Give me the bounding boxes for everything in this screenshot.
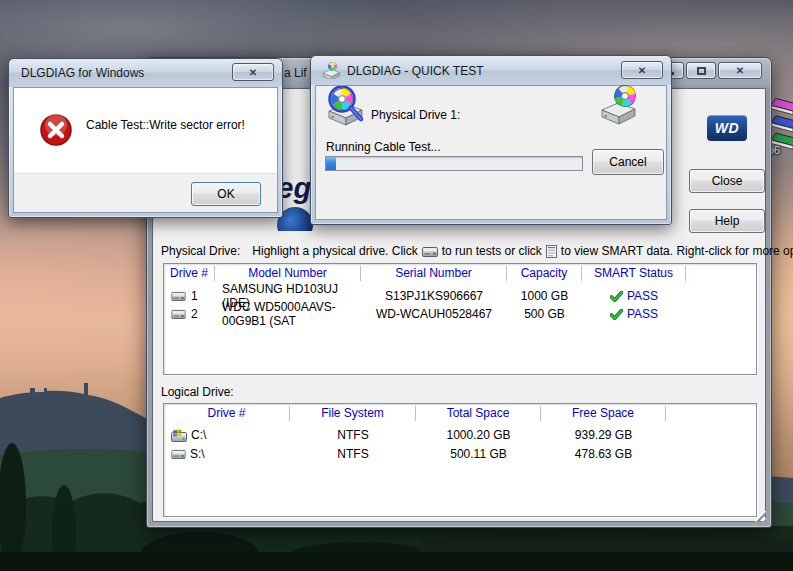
drive-test-icon — [323, 86, 369, 128]
header-smart[interactable]: SMART Status — [582, 266, 686, 281]
logical-table-header: Drive # File System Total Space Free Spa… — [164, 404, 756, 423]
drive-icon — [171, 309, 186, 319]
error-dialog: DLGDIAG for Windows ✕ Cable Test::Write … — [8, 58, 283, 218]
close-button[interactable]: Close — [689, 169, 765, 193]
error-message: Cable Test::Write sector error! — [86, 118, 245, 132]
smart-status: PASS — [627, 307, 658, 321]
error-message-area: Cable Test::Write sector error! — [14, 88, 277, 173]
close-icon: ✕ — [638, 65, 646, 76]
system-drive-icon — [171, 429, 187, 442]
logical-drive-label: Logical Drive: — [161, 385, 234, 399]
close-icon: ✕ — [249, 67, 257, 78]
logical-drive-row-1[interactable]: C:\ NTFS 1000.20 GB 939.29 GB — [164, 426, 756, 444]
quick-test-title: DLGDIAG - QUICK TEST — [347, 64, 483, 78]
drive-letter: C:\ — [191, 428, 206, 442]
drive-capacity: 1000 GB — [507, 289, 582, 303]
drive-filesystem: NTFS — [290, 428, 416, 442]
drive-disc-icon — [597, 84, 641, 126]
drive-number: 2 — [191, 307, 198, 321]
close-window-button[interactable]: ✕ — [718, 62, 762, 79]
drive-serial: WD-WCAUH0528467 — [361, 307, 507, 321]
quick-test-titlebar[interactable]: DLGDIAG - QUICK TEST ✕ — [311, 56, 671, 85]
pass-check-icon — [610, 291, 623, 302]
smart-doc-icon — [546, 245, 557, 258]
drive-free-space: 939.29 GB — [541, 428, 666, 442]
ok-button[interactable]: OK — [191, 182, 261, 206]
pass-check-icon — [610, 309, 623, 320]
error-icon — [40, 114, 72, 146]
drive-capacity: 500 GB — [507, 307, 582, 321]
drive-icon — [171, 449, 186, 459]
drive-icon — [171, 291, 186, 301]
drive-model: WDC WD5000AAVS-00G9B1 (SAT — [215, 300, 361, 328]
wd-logo: WD — [707, 115, 747, 141]
drive-icon — [422, 246, 438, 257]
dlgdiag-app-icon — [321, 62, 341, 79]
error-dialog-footer: OK — [14, 173, 277, 212]
close-window-button[interactable]: ✕ — [621, 61, 663, 79]
smart-status: PASS — [627, 289, 658, 303]
logical-drive-list[interactable]: Drive # File System Total Space Free Spa… — [163, 403, 757, 517]
maximize-icon — [697, 67, 706, 75]
header-drive[interactable]: Drive # — [164, 406, 290, 421]
header-empty — [686, 266, 756, 281]
drive-total-space: 500.11 GB — [416, 447, 541, 461]
help-button[interactable]: Help — [689, 209, 765, 233]
error-dialog-titlebar[interactable]: DLGDIAG for Windows ✕ — [9, 59, 282, 87]
drive-filesystem: NTFS — [290, 447, 416, 461]
progress-fill — [326, 157, 336, 170]
close-icon: ✕ — [736, 65, 744, 76]
desktop: p6 a Lif ✕ Data Lifeguard WD Close Help … — [0, 0, 793, 571]
drive-number: 1 — [191, 289, 198, 303]
test-status-text: Running Cable Test... — [326, 140, 441, 154]
physical-drive-label: Physical Drive: — [161, 244, 240, 258]
physical-drive-label: Physical Drive 1: — [371, 108, 460, 122]
header-total-space[interactable]: Total Space — [416, 406, 541, 421]
drive-serial: S13PJ1KS906667 — [361, 289, 507, 303]
progress-bar — [325, 156, 583, 171]
physical-drive-row-2[interactable]: 2 WDC WD5000AAVS-00G9B1 (SAT WD-WCAUH052… — [164, 305, 756, 323]
physical-drive-list[interactable]: Drive # Model Number Serial Number Capac… — [163, 263, 757, 375]
instruction-part3: to view SMART data. Right-click for more… — [561, 244, 793, 258]
drive-letter: S:\ — [190, 447, 205, 461]
physical-table-header: Drive # Model Number Serial Number Capac… — [164, 264, 756, 283]
logical-drive-row-2[interactable]: S:\ NTFS 500.11 GB 478.63 GB — [164, 445, 756, 463]
header-model[interactable]: Model Number — [215, 266, 361, 281]
header-empty — [666, 406, 756, 421]
header-free-space[interactable]: Free Space — [541, 406, 666, 421]
header-serial[interactable]: Serial Number — [361, 266, 507, 281]
error-dialog-title: DLGDIAG for Windows — [21, 66, 144, 80]
main-window-title-fragment: a Lif — [284, 66, 307, 80]
drive-free-space: 478.63 GB — [541, 447, 666, 461]
error-dialog-client: Cable Test::Write sector error! OK — [13, 87, 278, 213]
close-window-button[interactable]: ✕ — [232, 63, 274, 81]
header-drive-num[interactable]: Drive # — [164, 266, 215, 281]
header-capacity[interactable]: Capacity — [507, 266, 582, 281]
quick-test-dialog: DLGDIAG - QUICK TEST ✕ Physical Drive 1:… — [310, 55, 672, 225]
header-filesystem[interactable]: File System — [290, 406, 416, 421]
instruction-part1: Highlight a physical drive. Click — [252, 244, 417, 258]
physical-drive-instructions: Physical Drive: Highlight a physical dri… — [161, 244, 793, 258]
maximize-button[interactable] — [686, 62, 716, 79]
drive-total-space: 1000.20 GB — [416, 428, 541, 442]
cancel-button[interactable]: Cancel — [592, 149, 664, 175]
instruction-part2: to run tests or click — [442, 244, 542, 258]
